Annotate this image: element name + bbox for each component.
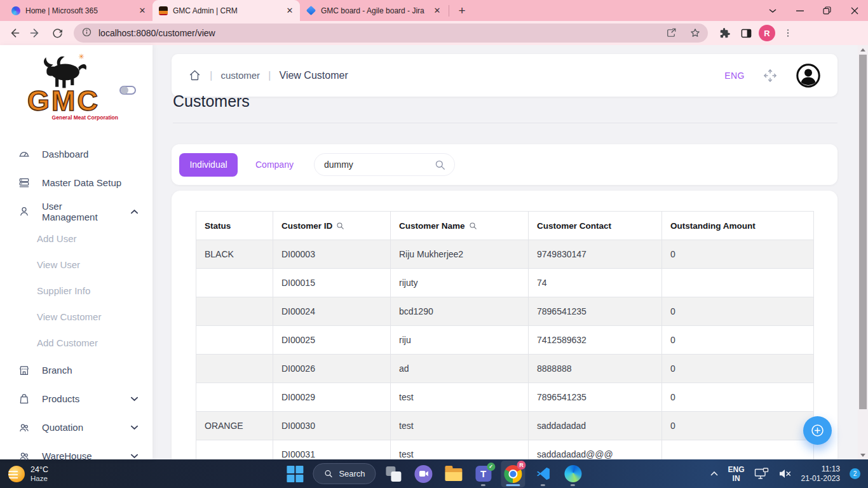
sidebar-item-quotation[interactable]: Quotation xyxy=(0,413,153,442)
search-icon[interactable] xyxy=(434,159,446,171)
browser-tab-gmc-board-agile-board-jira[interactable]: GMC board - Agile board - Jira✕ xyxy=(300,0,447,21)
taskbar-app-chrome[interactable]: R xyxy=(501,461,526,487)
scrollbar-down-arrow[interactable] xyxy=(858,451,868,459)
reload-button[interactable] xyxy=(47,23,67,43)
chevron-down-icon[interactable] xyxy=(130,425,139,430)
cell-name: Riju Mukherjee2 xyxy=(391,240,529,269)
sidebar-subitem-label: View User xyxy=(37,259,80,270)
table-row[interactable]: DI00026ad88888880 xyxy=(196,355,814,383)
share-icon[interactable] xyxy=(662,24,680,42)
browser-profile-avatar[interactable]: R xyxy=(759,25,775,41)
table-row[interactable]: DI00031testsaddadadad@@@ xyxy=(196,440,814,460)
chevron-up-icon[interactable] xyxy=(130,209,139,214)
customer-search-box[interactable] xyxy=(314,153,455,176)
url-text[interactable]: localhost:8080/customer/view xyxy=(98,28,215,38)
gmc-favicon xyxy=(159,6,168,15)
customer-search-input[interactable] xyxy=(323,159,429,170)
sidebar-subitem-add-customer[interactable]: Add Customer xyxy=(0,330,153,356)
add-customer-fab[interactable] xyxy=(803,416,832,445)
chevron-down-icon[interactable] xyxy=(130,396,139,402)
column-header-customer-id[interactable]: Customer ID xyxy=(273,212,391,240)
browser-tab-home-microsoft-365[interactable]: Home | Microsoft 365✕ xyxy=(5,0,153,21)
camera-app-icon xyxy=(415,465,433,483)
side-panel-icon[interactable] xyxy=(737,24,755,42)
taskbar-search[interactable]: Search xyxy=(313,463,376,484)
weather-condition: Haze xyxy=(31,474,48,483)
browser-tab-strip: Home | Microsoft 365✕GMC Admin | CRM✕GMC… xyxy=(0,0,868,21)
sidebar-subitem-view-customer[interactable]: View Customer xyxy=(0,304,153,330)
sidebar: ✳ GMC General Meat Corporation Dashboard… xyxy=(0,45,153,459)
sidebar-item-user-management[interactable]: User Management xyxy=(0,197,153,226)
scrollbar-thumb[interactable] xyxy=(859,55,867,409)
fullscreen-move-icon[interactable] xyxy=(763,68,778,83)
window-menu-chevron-icon[interactable] xyxy=(759,0,786,21)
taskbar-app-task-view[interactable] xyxy=(382,461,406,487)
table-row[interactable]: BLACKDI00003Riju Mukherjee297498301470 xyxy=(196,240,814,269)
chevron-down-icon[interactable] xyxy=(130,454,139,459)
browser-menu-kebab-icon[interactable] xyxy=(779,24,797,42)
taskbar-app-teams[interactable]: T✓ xyxy=(471,461,496,487)
cell-status xyxy=(196,383,273,412)
start-button[interactable] xyxy=(283,461,307,487)
address-bar[interactable]: localhost:8080/customer/view xyxy=(74,24,708,43)
tab-company[interactable]: Company xyxy=(252,159,297,170)
cell-contact: 9749830147 xyxy=(529,240,662,269)
tab-close-icon[interactable]: ✕ xyxy=(137,6,147,16)
taskbar-app-file-explorer[interactable] xyxy=(442,461,466,487)
tray-chevron-up-icon[interactable] xyxy=(710,471,719,477)
home-icon[interactable] xyxy=(188,69,201,82)
window-close-button[interactable] xyxy=(841,0,868,21)
cell-id: DI00030 xyxy=(273,412,391,440)
window-minimize-button[interactable] xyxy=(786,0,813,21)
column-header-label: Outstanding Amount xyxy=(670,221,756,231)
table-row[interactable]: DI00015rijuty74 xyxy=(196,269,814,297)
tab-title: Home | Microsoft 365 xyxy=(25,6,132,15)
sidebar-item-warehouse[interactable]: WareHouse xyxy=(0,442,153,470)
column-header-customer-name[interactable]: Customer Name xyxy=(391,212,529,240)
cell-status xyxy=(196,269,273,297)
window-restore-button[interactable] xyxy=(813,0,841,21)
scrollbar-up-arrow[interactable] xyxy=(858,45,868,54)
sidebar-item-dashboard[interactable]: Dashboard xyxy=(0,140,153,168)
sidebar-subitem-supplier-info[interactable]: Supplier Info xyxy=(0,278,153,304)
cell-name: test xyxy=(391,383,529,412)
table-row[interactable]: ORANGEDI00030testsaddadadad0 xyxy=(196,412,814,440)
cell-outstanding xyxy=(662,269,814,297)
browser-tab-gmc-admin-crm[interactable]: GMC Admin | CRM✕ xyxy=(153,0,300,21)
sidebar-item-master-data-setup[interactable]: Master Data Setup xyxy=(0,168,153,197)
table-row[interactable]: DI00029test78965412350 xyxy=(196,383,814,412)
tray-clock[interactable]: 11:13 21-01-2023 xyxy=(801,464,840,484)
tray-language[interactable]: ENG IN xyxy=(728,465,745,483)
sidebar-item-branch[interactable]: Branch xyxy=(0,356,153,384)
column-header-label: Customer ID xyxy=(281,221,332,231)
forward-button[interactable] xyxy=(25,23,46,43)
cell-name: test xyxy=(391,412,529,440)
language-selector[interactable]: ENG xyxy=(724,71,745,81)
user-avatar[interactable] xyxy=(796,63,821,88)
table-row[interactable]: DI00024bcd129078965412350 xyxy=(196,297,814,326)
page-scrollbar[interactable] xyxy=(858,45,868,459)
taskbar-app-camera-app[interactable] xyxy=(412,461,436,487)
sidebar-collapse-toggle[interactable] xyxy=(119,86,136,95)
extensions-puzzle-icon[interactable] xyxy=(715,24,733,42)
sidebar-subitem-view-user[interactable]: View User xyxy=(0,252,153,278)
site-info-icon[interactable] xyxy=(81,27,92,40)
tab-close-icon[interactable]: ✕ xyxy=(432,6,442,16)
sidebar-subitem-add-user[interactable]: Add User xyxy=(0,226,153,252)
tab-individual[interactable]: Individual xyxy=(179,153,238,177)
new-tab-button[interactable]: + xyxy=(453,2,471,20)
tray-volume-muted-icon[interactable] xyxy=(778,468,792,479)
notification-count-badge[interactable]: 2 xyxy=(850,468,860,479)
cell-status xyxy=(196,355,273,383)
tray-display-icon[interactable] xyxy=(754,468,769,480)
cell-outstanding: 0 xyxy=(662,355,814,383)
taskbar-app-edge[interactable] xyxy=(561,461,585,487)
back-button[interactable] xyxy=(4,23,24,43)
bookmark-star-icon[interactable] xyxy=(686,24,704,42)
table-row[interactable]: DI00025riju74125896320 xyxy=(196,326,814,355)
tab-close-icon[interactable]: ✕ xyxy=(285,6,295,16)
bag-icon xyxy=(18,393,31,405)
taskbar-app-vscode[interactable] xyxy=(531,461,555,487)
breadcrumb-section[interactable]: customer xyxy=(220,70,260,81)
sidebar-item-products[interactable]: Products xyxy=(0,384,153,413)
